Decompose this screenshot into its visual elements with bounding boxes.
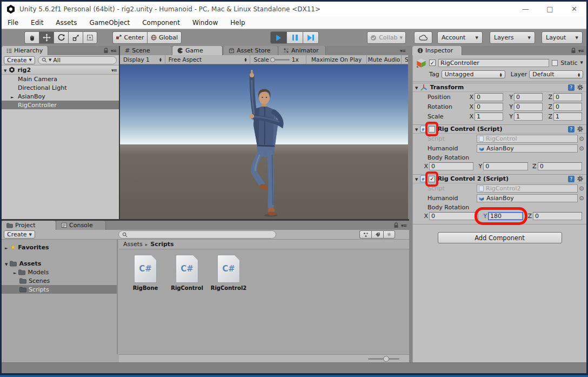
scale-y-field[interactable] (514, 113, 543, 121)
rig-control-x-field[interactable] (429, 162, 473, 170)
tab-console[interactable]: Console (56, 221, 106, 230)
panel-menu-icon[interactable] (111, 47, 116, 54)
static-checkbox[interactable] (552, 60, 558, 66)
lock-icon[interactable] (393, 222, 399, 228)
project-search-input[interactable] (118, 230, 276, 239)
layout-dropdown[interactable]: Layout ▼ (542, 31, 583, 44)
gameobject-name-field[interactable] (438, 59, 549, 67)
hierarchy-item-directional-light[interactable]: Directional Light (2, 83, 119, 92)
rig-control-y-field[interactable] (483, 162, 527, 170)
transform-expander-icon[interactable] (415, 84, 418, 91)
gear-icon[interactable] (577, 175, 584, 182)
icon-size-slider[interactable] (368, 358, 399, 360)
tree-item-scenes[interactable]: Scenes (2, 276, 117, 285)
rig-control-2-z-field[interactable] (533, 212, 582, 220)
pivot-button[interactable]: Center (112, 31, 147, 44)
expander-icon[interactable] (5, 244, 8, 251)
lock-icon[interactable] (103, 48, 109, 54)
rig-control-2-enabled-checkbox[interactable]: ✓ (429, 176, 435, 182)
expander-icon[interactable] (11, 93, 14, 100)
layers-dropdown[interactable]: Layers ▼ (490, 31, 535, 44)
search-by-type-button[interactable] (359, 230, 371, 239)
scale-slider-thumb[interactable] (270, 57, 275, 62)
rig-control-z-field[interactable] (538, 162, 582, 170)
breadcrumb-root[interactable]: Assets (123, 241, 143, 248)
menu-help[interactable]: Help (230, 19, 245, 27)
panel-menu-icon[interactable] (400, 47, 405, 54)
panel-menu-icon[interactable] (578, 47, 584, 54)
position-x-field[interactable] (475, 93, 503, 101)
mute-audio-button[interactable]: Mute Audio (367, 55, 402, 64)
menu-assets[interactable]: Assets (56, 19, 77, 27)
hierarchy-item-rigcontroller[interactable]: RigController (2, 101, 119, 109)
menu-edit[interactable]: Edit (31, 19, 43, 27)
rotation-z-field[interactable] (553, 103, 582, 111)
rig-control-2-y-field[interactable] (488, 212, 523, 220)
hierarchy-item-asianboy[interactable]: AsianBoy (2, 92, 119, 101)
help-icon[interactable] (568, 84, 574, 91)
display-dropdown[interactable]: Display 1 (120, 55, 165, 64)
help-icon[interactable] (568, 126, 574, 133)
search-favorites-button[interactable]: ★ (383, 230, 395, 239)
tag-dropdown[interactable]: Untagged (442, 70, 505, 78)
tree-item-scripts[interactable]: Scripts (2, 285, 117, 294)
scene-row[interactable]: rig2 (2, 65, 119, 75)
expander-icon[interactable] (14, 269, 16, 276)
hierarchy-create-dropdown[interactable]: Create ▼ (4, 56, 35, 64)
breadcrumb-current[interactable]: Scripts (150, 241, 173, 248)
scene-menu-icon[interactable] (111, 67, 117, 74)
tab-asset-store[interactable]: Asset Store (224, 46, 278, 55)
collab-button[interactable]: Collab ▼ (367, 31, 406, 44)
transform-header[interactable]: Transform (413, 83, 586, 92)
menu-window[interactable]: Window (192, 19, 218, 27)
gameobject-cube-icon[interactable] (416, 58, 426, 68)
tree-item-assets[interactable]: Assets (2, 259, 117, 268)
hand-tool-button[interactable] (24, 31, 39, 44)
hierarchy-item-main-camera[interactable]: Main Camera (2, 75, 119, 83)
close-button[interactable]: ✕ (562, 2, 586, 16)
rig-control-expander-icon[interactable] (415, 125, 418, 133)
position-z-field[interactable] (553, 93, 582, 101)
rig-control-2-expander-icon[interactable] (415, 175, 418, 182)
space-button[interactable]: Global (147, 31, 182, 44)
minimize-button[interactable]: — (513, 2, 538, 16)
help-icon[interactable] (568, 176, 574, 182)
gameobject-active-checkbox[interactable]: ✓ (429, 59, 436, 66)
rig-control-2-x-field[interactable] (429, 212, 478, 220)
layer-dropdown[interactable]: Default (529, 70, 583, 78)
scale-slider[interactable] (271, 59, 290, 61)
icon-size-slider-thumb[interactable] (383, 356, 389, 362)
game-viewport[interactable] (120, 64, 408, 221)
search-by-label-button[interactable] (371, 230, 383, 239)
rig-control-2-header[interactable]: # ✓ Rig Control 2 (Script) (413, 174, 586, 183)
move-tool-button[interactable] (39, 31, 54, 44)
scale-x-field[interactable] (475, 113, 503, 121)
position-y-field[interactable] (514, 93, 543, 101)
rect-tool-button[interactable] (83, 31, 97, 44)
asset-rigcontrol2[interactable]: C# RigControl2 (210, 255, 248, 291)
stats-button[interactable]: S (402, 55, 408, 64)
tab-animator[interactable]: Animator (278, 46, 326, 55)
hierarchy-search-input[interactable]: ▼ All (38, 56, 117, 64)
tree-item-models[interactable]: Models (2, 268, 117, 276)
maximize-button[interactable]: □ (538, 2, 562, 16)
asset-rigcontrol[interactable]: C# RigControl (168, 255, 206, 291)
rig-control-header[interactable]: # Rig Control (Script) (413, 124, 586, 134)
rotation-x-field[interactable] (475, 103, 503, 111)
humanoid-object-field[interactable]: AsianBoy (477, 194, 578, 202)
panel-menu-icon[interactable] (401, 222, 406, 229)
tab-inspector[interactable]: Inspector (412, 46, 462, 55)
add-component-button[interactable]: Add Component (438, 232, 562, 243)
rotation-y-field[interactable] (514, 103, 543, 111)
expander-icon[interactable] (5, 260, 8, 267)
object-picker-icon[interactable]: ⊙ (578, 145, 585, 152)
menu-file[interactable]: File (8, 19, 18, 27)
static-caret-icon[interactable]: ▼ (580, 61, 583, 65)
gear-icon[interactable] (577, 84, 584, 91)
project-create-dropdown[interactable]: Create ▼ (4, 230, 35, 239)
script-object-field[interactable]: RigControl2 (477, 184, 578, 193)
account-dropdown[interactable]: Account ▼ (437, 31, 483, 44)
gear-icon[interactable] (577, 125, 584, 133)
rig-control-enabled-checkbox[interactable] (429, 126, 435, 133)
play-button[interactable] (270, 31, 286, 44)
